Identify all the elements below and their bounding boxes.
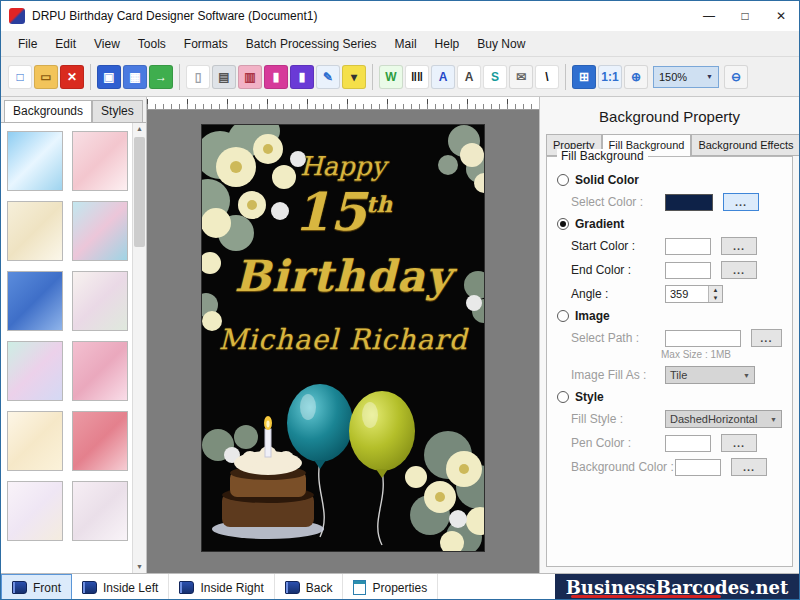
brand-underline: [571, 595, 721, 598]
fill-style-dropdown[interactable]: DashedHorizontal ▼: [665, 410, 782, 428]
front-button[interactable]: Front: [1, 574, 72, 600]
menu-mail[interactable]: Mail: [386, 33, 426, 55]
menu-file[interactable]: File: [9, 33, 46, 55]
zoom-in-icon[interactable]: ⊕: [624, 65, 648, 89]
gradient-radio[interactable]: [557, 218, 569, 230]
menu-batch-processing-series[interactable]: Batch Processing Series: [237, 33, 386, 55]
export-icon[interactable]: →: [149, 65, 173, 89]
zoom-out-icon[interactable]: ⊖: [724, 65, 748, 89]
pen-color-field[interactable]: [665, 435, 711, 452]
line-tool-icon[interactable]: \: [535, 65, 559, 89]
solid-color-option[interactable]: Solid Color: [557, 173, 782, 187]
close-document-icon[interactable]: ✕: [60, 65, 84, 89]
series-icon[interactable]: S: [483, 65, 507, 89]
maximize-button[interactable]: □: [727, 1, 763, 31]
save-icon[interactable]: ▣: [97, 65, 121, 89]
solid-color-radio[interactable]: [557, 174, 569, 186]
font-icon[interactable]: A: [431, 65, 455, 89]
pencil-icon[interactable]: ✎: [316, 65, 340, 89]
end-color-browse-button[interactable]: ...: [721, 261, 757, 279]
menu-buy-now[interactable]: Buy Now: [468, 33, 534, 55]
chevron-down-icon: ▼: [706, 73, 713, 80]
background-color-browse-button[interactable]: ...: [731, 458, 767, 476]
backgrounds-scrollbar[interactable]: ▲ ▼: [132, 123, 146, 573]
menu-view[interactable]: View: [85, 33, 129, 55]
background-thumbnail[interactable]: [7, 271, 63, 331]
background-thumbnail[interactable]: [7, 341, 63, 401]
grid-icon[interactable]: ⊞: [572, 65, 596, 89]
select-path-field[interactable]: [665, 330, 741, 347]
insert-object-icon[interactable]: ▮: [290, 65, 314, 89]
background-thumbnail[interactable]: [72, 201, 128, 261]
background-thumbnail[interactable]: [72, 131, 128, 191]
background-thumbnail[interactable]: [72, 481, 128, 541]
style-option[interactable]: Style: [557, 390, 782, 404]
title-bar[interactable]: DRPU Birthday Card Designer Software (Do…: [1, 1, 799, 31]
text-page-icon[interactable]: A: [457, 65, 481, 89]
save-as-icon[interactable]: ▦: [123, 65, 147, 89]
start-color-browse-button[interactable]: ...: [721, 237, 757, 255]
background-thumbnail[interactable]: [72, 411, 128, 471]
tab-background-effects[interactable]: Background Effects: [691, 134, 800, 156]
background-thumbnail[interactable]: [7, 411, 63, 471]
start-color-field[interactable]: [665, 238, 711, 255]
menu-formats[interactable]: Formats: [175, 33, 237, 55]
angle-stepper[interactable]: 359 ▲▼: [665, 285, 723, 303]
paste-icon[interactable]: ▮: [264, 65, 288, 89]
select-color-browse-button[interactable]: ...: [723, 193, 759, 211]
actual-size-icon[interactable]: 1:1: [598, 65, 622, 89]
gradient-option[interactable]: Gradient: [557, 217, 782, 231]
scroll-up-icon[interactable]: ▲: [133, 123, 146, 135]
fill-style-label: Fill Style :: [571, 412, 665, 426]
card-page-icon: [179, 581, 194, 594]
tab-styles[interactable]: Styles: [92, 100, 143, 122]
tab-backgrounds[interactable]: Backgrounds: [4, 100, 92, 122]
new-document-icon[interactable]: □: [8, 65, 32, 89]
back-button[interactable]: Back: [275, 574, 344, 600]
inside-right-button[interactable]: Inside Right: [169, 574, 274, 600]
card-recipient-name[interactable]: Michael Richard: [202, 323, 484, 356]
background-property-panel: Background Property Property Fill Backgr…: [539, 97, 799, 573]
print-icon[interactable]: ▤: [212, 65, 236, 89]
image-option[interactable]: Image: [557, 309, 782, 323]
select-path-label: Select Path :: [571, 331, 665, 345]
image-fill-dropdown[interactable]: Tile ▼: [665, 366, 755, 384]
blank-page-icon[interactable]: ▯: [186, 65, 210, 89]
scroll-down-icon[interactable]: ▼: [133, 561, 146, 573]
background-thumbnail[interactable]: [7, 481, 63, 541]
background-color-field[interactable]: [675, 459, 721, 476]
background-thumbnail[interactable]: [7, 201, 63, 261]
card-occasion-text[interactable]: Birthday: [202, 251, 484, 301]
style-radio[interactable]: [557, 391, 569, 403]
copy-icon[interactable]: ▥: [238, 65, 262, 89]
card-greeting-text[interactable]: Happy: [202, 151, 484, 181]
inside-left-button[interactable]: Inside Left: [72, 574, 169, 600]
barcode-icon[interactable]: ‖‖: [405, 65, 429, 89]
angle-up-icon[interactable]: ▲: [709, 286, 722, 294]
pen-color-browse-button[interactable]: ...: [721, 434, 757, 452]
menu-tools[interactable]: Tools: [129, 33, 175, 55]
select-path-browse-button[interactable]: ...: [751, 329, 782, 347]
menu-edit[interactable]: Edit: [46, 33, 85, 55]
fill-style-value: DashedHorizontal: [670, 413, 757, 425]
card-age-text[interactable]: 15th: [202, 181, 484, 242]
background-thumbnail[interactable]: [72, 271, 128, 331]
background-thumbnail[interactable]: [72, 341, 128, 401]
end-color-field[interactable]: [665, 262, 711, 279]
fill-color-icon[interactable]: ▾: [342, 65, 366, 89]
word-art-icon[interactable]: W: [379, 65, 403, 89]
close-button[interactable]: ✕: [763, 1, 799, 31]
background-thumbnail[interactable]: [7, 131, 63, 191]
mail-icon[interactable]: ✉: [509, 65, 533, 89]
angle-down-icon[interactable]: ▼: [709, 294, 722, 302]
open-folder-icon[interactable]: ▭: [34, 65, 58, 89]
properties-button[interactable]: Properties: [343, 574, 438, 600]
zoom-select[interactable]: 150% ▼: [653, 66, 719, 88]
image-radio[interactable]: [557, 310, 569, 322]
zoom-value: 150%: [659, 71, 687, 83]
card-preview[interactable]: Happy 15th Birthday Michael Richard: [202, 125, 484, 551]
menu-help[interactable]: Help: [426, 33, 469, 55]
select-color-swatch[interactable]: [665, 194, 713, 211]
scrollbar-thumb[interactable]: [134, 137, 145, 247]
minimize-button[interactable]: —: [691, 1, 727, 31]
